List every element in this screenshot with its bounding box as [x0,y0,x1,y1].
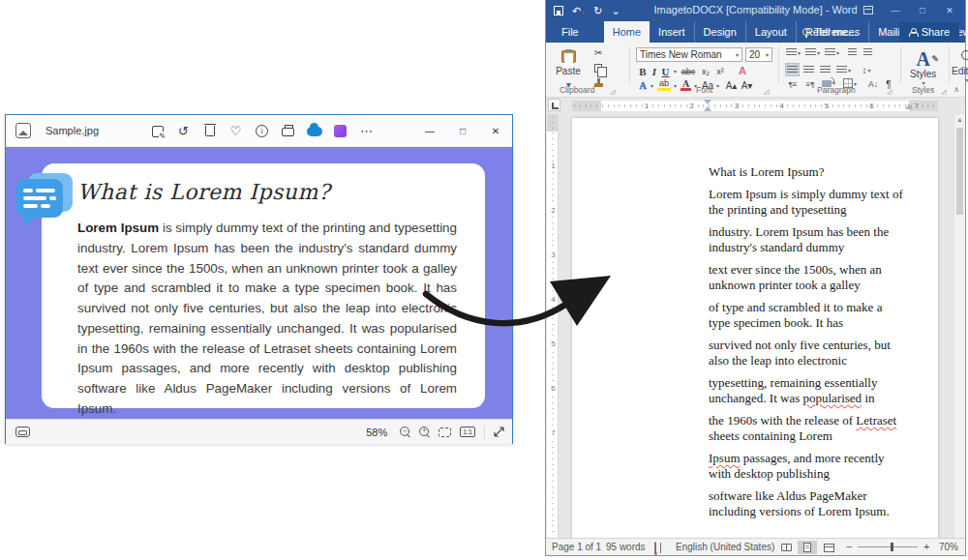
cut-icon[interactable]: ✂ [590,46,606,59]
document-paragraph[interactable]: industry. Lorem Ipsum has been the indus… [709,224,906,255]
see-more-icon[interactable]: ⋯ [353,119,379,143]
minimize-button[interactable]: — [413,115,446,147]
page-count[interactable]: Page 1 of 1 [552,542,601,552]
multilevel-list-button[interactable]: ▾ [825,48,839,57]
zoom-in-control[interactable]: + [923,541,929,552]
text-effects-icon[interactable]: A [736,64,749,77]
document-paragraph[interactable]: the 1960s with the release of Letraset s… [709,413,906,444]
change-case-caret[interactable]: ▾ [714,82,721,89]
font-dialog-launcher[interactable]: ◿ [764,88,771,95]
ltr-direction-button[interactable]: ¶≡ [785,78,801,90]
maximize-button[interactable]: □ [446,115,479,147]
numbering-button[interactable]: ▾ [805,48,820,57]
subscript-button[interactable]: x₂ [699,65,712,77]
underline-button[interactable]: U [660,65,671,77]
maximize-button[interactable]: □ [911,6,934,15]
tell-me-box[interactable]: Tell me... [802,21,857,43]
line-spacing-button[interactable]: ↕▾ [858,63,875,76]
scrollbar-thumb[interactable] [956,128,963,215]
clipchamp-icon[interactable] [327,119,353,143]
editing-button[interactable]: Editing ▾ [952,49,968,83]
document-paragraph[interactable]: What is Lorem Ipsum? [709,164,906,180]
rotate-icon[interactable]: ↺ [170,119,197,143]
paste-button[interactable]: Paste ▾ [554,47,583,90]
shrink-font-button[interactable]: A▾ [740,79,754,91]
font-color-button[interactable]: A [681,79,691,91]
document-page[interactable]: What is Lorem Ipsum?Lorem Ipsum is simpl… [572,118,938,538]
edit-image-icon[interactable] [144,119,170,143]
collapse-ribbon-icon[interactable]: ∧ [953,85,959,94]
delete-icon[interactable] [197,119,223,143]
styles-dialog-launcher[interactable]: ◿ [941,88,948,95]
document-paragraph[interactable]: of type and scrambled it to make a type … [709,300,906,331]
text-effects-button[interactable]: A [637,79,649,91]
bullets-button[interactable]: ▾ [786,48,801,57]
document-paragraph[interactable]: Lorem Ipsum is simply dummy text of the … [709,187,906,218]
horizontal-ruler[interactable]: 1234567 [572,101,938,111]
document-paragraph[interactable]: software like Aldus PageMaker including … [709,488,906,519]
clipboard-dialog-launcher[interactable]: ◿ [610,88,617,95]
strikethrough-button[interactable]: abc [680,65,697,77]
close-button[interactable]: ✕ [479,115,512,147]
zoom-slider[interactable] [858,546,918,547]
print-layout-icon[interactable] [798,541,817,554]
document-text[interactable]: What is Lorem Ipsum?Lorem Ipsum is simpl… [709,164,906,526]
first-line-indent-marker[interactable] [704,100,711,104]
highlight-color-button[interactable]: ab [657,79,671,91]
justify-button[interactable]: ▾ [834,63,853,76]
proofing-status-icon[interactable] [654,542,656,554]
read-mode-icon[interactable] [776,541,796,554]
vertical-scrollbar[interactable]: ▲ [953,114,965,538]
file-information-icon[interactable]: i [249,119,275,143]
minimize-button[interactable]: — [884,6,907,15]
font-size-combobox[interactable]: 20▾ [745,47,772,62]
actual-size-icon[interactable]: 1:1 [460,427,475,437]
align-center-button[interactable] [802,63,816,76]
paragraph-dialog-launcher[interactable]: ◿ [887,88,893,95]
fit-to-window-icon[interactable] [439,427,451,437]
zoom-percentage[interactable]: 70% [939,542,958,552]
ribbon-display-options-icon[interactable] [857,6,880,16]
effects-caret[interactable]: ▾ [649,82,655,89]
decrease-indent-button[interactable] [848,48,857,57]
onedrive-icon[interactable] [301,119,327,143]
scroll-up-icon[interactable]: ▲ [954,116,965,123]
styles-button[interactable]: A Styles ▾ [910,49,936,86]
language-status[interactable]: English (United States) [676,542,774,552]
copy-icon[interactable] [590,61,606,74]
align-left-button[interactable] [785,63,800,76]
superscript-button[interactable]: x² [713,65,727,77]
tab-stop-selector[interactable] [548,99,560,111]
increase-indent-button[interactable] [863,48,872,57]
favorite-icon[interactable]: ♡ [223,119,249,143]
photo-viewer-canvas[interactable]: What is Lorem Ipsum? Lorem Ipsum is simp… [6,147,512,419]
zoom-out-control[interactable]: − [846,541,852,552]
document-paragraph[interactable]: text ever since the 1500s, when an unkno… [709,262,906,293]
tab-home[interactable]: Home [604,21,650,43]
hanging-indent-marker[interactable] [704,106,711,111]
zoom-in-icon[interactable]: + [419,427,430,437]
close-button[interactable]: ✕ [938,6,961,15]
underline-caret[interactable]: ▾ [672,68,679,74]
document-paragraph[interactable]: Ipsum passages, and more recently with d… [709,451,906,482]
sort-button[interactable]: A↓ [865,78,881,90]
grow-font-button[interactable]: A▴ [724,79,739,91]
bold-button[interactable]: B [637,65,649,77]
filmstrip-toggle-icon[interactable] [15,427,30,437]
fullscreen-icon[interactable] [494,427,504,437]
web-layout-icon[interactable] [819,541,838,554]
tab-design[interactable]: Design [695,21,746,43]
vertical-ruler[interactable]: 1234567 [547,114,559,538]
italic-button[interactable]: I [650,65,659,77]
share-button[interactable]: Share [899,22,959,42]
font-name-combobox[interactable]: Times New Roman▾ [636,47,742,62]
print-icon[interactable] [275,119,301,143]
zoom-out-icon[interactable]: – [400,427,410,437]
document-paragraph[interactable]: survived not only five centuries, but al… [709,338,906,368]
zoom-slider-thumb[interactable] [891,543,893,551]
tab-layout[interactable]: Layout [746,21,797,43]
right-indent-marker[interactable] [905,103,913,109]
word-count[interactable]: 95 words [606,542,646,552]
document-paragraph[interactable]: typesetting, remaining essentially uncha… [709,375,906,406]
rtl-direction-button[interactable]: ≡¶ [802,78,818,90]
